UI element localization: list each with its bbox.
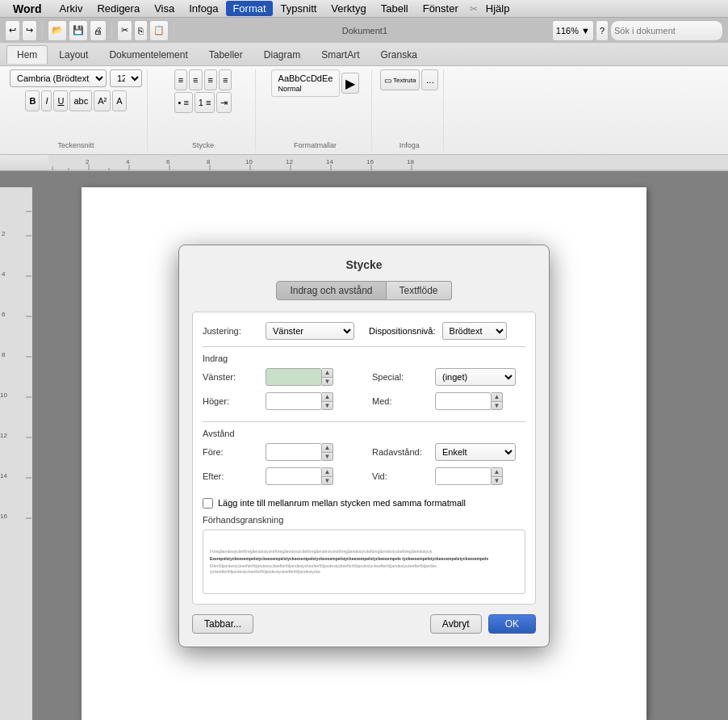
dispositionsniva-label: Dispositionsnivå: [369, 326, 436, 336]
mellanrum-checkbox[interactable] [203, 498, 213, 509]
copy-button[interactable]: ⎘ [134, 20, 148, 41]
ribbon-tabs: Hem Layout Dokumentelement Tabeller Diag… [0, 44, 728, 66]
vid-spin-col: ▲ ▼ [492, 467, 503, 485]
vanster-spinner: 0 cm ▲ ▼ [266, 368, 333, 386]
menu-hjalp[interactable]: Hjälp [479, 1, 517, 16]
svg-text:12: 12 [286, 158, 293, 165]
justify-button[interactable]: ≡ [219, 69, 232, 90]
menu-verktyg[interactable]: Verktyg [324, 1, 372, 16]
vid-down-button[interactable]: ▼ [492, 476, 503, 485]
efter-up-button[interactable]: ▲ [322, 467, 333, 476]
menu-tabell[interactable]: Tabell [374, 1, 415, 16]
med-spinner: ▲ ▼ [435, 392, 503, 410]
font-size-select[interactable]: 12 [110, 69, 142, 87]
menu-arkiv[interactable]: Arkiv [53, 1, 90, 16]
menu-redigera[interactable]: Redigera [90, 1, 146, 16]
efter-down-button[interactable]: ▼ [322, 476, 333, 485]
tab-layout[interactable]: Layout [49, 46, 98, 64]
document-area: 2 4 6 8 10 12 14 16 Stycke [0, 171, 728, 720]
fore-down-button[interactable]: ▼ [322, 452, 333, 461]
justering-row: Justering: Vänster Dispositionsnivå: Brö… [203, 322, 525, 340]
svg-text:10: 10 [0, 391, 7, 399]
zoom-select[interactable]: 116% ▼ [552, 20, 594, 41]
ribbon-group-infoga: ▭Textruta … Infoga [375, 69, 444, 151]
numbering-button[interactable]: 1 ≡ [195, 92, 215, 113]
insert-more-button[interactable]: … [421, 69, 438, 90]
save-button[interactable]: 💾 [69, 20, 88, 41]
menu-typsnitt[interactable]: Typsnitt [274, 1, 324, 16]
menu-format[interactable]: Format [226, 1, 272, 16]
avstand-left: Före: 0 pt ▲ ▼ Efter: [203, 443, 356, 492]
efter-label: Efter: [203, 471, 259, 481]
font-family-select[interactable]: Cambria (Brödtext) [10, 69, 107, 87]
menu-infoga[interactable]: Infoga [182, 1, 224, 16]
med-input[interactable] [435, 392, 492, 410]
dispositionsniva-select[interactable]: Brödtext [442, 322, 507, 340]
vid-input[interactable] [435, 467, 492, 485]
vid-up-button[interactable]: ▲ [492, 467, 503, 476]
redo-button[interactable]: ↪ [22, 20, 37, 41]
align-center-button[interactable]: ≡ [189, 69, 202, 90]
hoger-row: Höger: 0 cm ▲ ▼ [203, 392, 356, 410]
textbox-button[interactable]: ▭Textruta [380, 69, 420, 90]
italic-button[interactable]: I [41, 90, 52, 111]
ribbon-group-teckensnitt: Cambria (Brödtext) 12 B I U abc A² A Tec… [5, 69, 148, 151]
undo-button[interactable]: ↩ [5, 20, 20, 41]
special-select[interactable]: (inget) [435, 368, 516, 386]
infoga-label: Infoga [400, 141, 420, 149]
tab-granska[interactable]: Granska [371, 46, 427, 64]
bullets-button[interactable]: • ≡ [174, 92, 193, 113]
med-up-button[interactable]: ▲ [492, 392, 503, 401]
ruler-vertical: 2 4 6 8 10 12 14 16 [0, 187, 32, 720]
hoger-down-button[interactable]: ▼ [322, 401, 333, 410]
svg-text:16: 16 [366, 158, 374, 165]
justering-select[interactable]: Vänster [266, 322, 354, 340]
superscript-button[interactable]: A² [94, 90, 111, 111]
vid-spinner: ▲ ▼ [435, 467, 503, 485]
med-down-button[interactable]: ▼ [492, 401, 503, 410]
ruler-horizontal: 2 4 6 8 10 12 14 16 18 [0, 155, 728, 171]
color-button[interactable]: A [112, 90, 126, 111]
cut-button[interactable]: ✂ [117, 20, 132, 41]
indrag-cols: Vänster: 0 cm ▲ ▼ Höger: [203, 368, 525, 417]
tab-indrag-avstand[interactable]: Indrag och avstånd [276, 281, 386, 300]
open-button[interactable]: 📂 [48, 20, 67, 41]
align-right-button[interactable]: ≡ [204, 69, 217, 90]
help-button[interactable]: ? [596, 20, 609, 41]
fore-up-button[interactable]: ▲ [322, 443, 333, 452]
stycke-label: Stycke [192, 141, 214, 149]
vanster-down-button[interactable]: ▼ [322, 377, 333, 386]
hoger-up-button[interactable]: ▲ [322, 392, 333, 401]
underline-button[interactable]: U [53, 90, 68, 111]
tab-tabeller[interactable]: Tabeller [199, 46, 253, 64]
avbryt-button[interactable]: Avbryt [430, 614, 482, 634]
tabbar-button[interactable]: Tabbar... [192, 614, 253, 634]
strikethrough-button[interactable]: abc [69, 90, 92, 111]
fore-input[interactable]: 0 pt [266, 443, 322, 461]
efter-input[interactable]: 0 pt [266, 467, 322, 485]
tab-hem[interactable]: Hem [6, 45, 48, 64]
svg-text:16: 16 [0, 513, 7, 520]
print-button[interactable]: 🖨 [90, 20, 107, 41]
hoger-input[interactable]: 0 cm [266, 392, 322, 410]
indent-button[interactable]: ⇥ [216, 92, 232, 113]
menu-fonster[interactable]: Fönster [416, 1, 465, 16]
menu-word[interactable]: Word [6, 1, 48, 17]
menu-visa[interactable]: Visa [148, 1, 181, 16]
svg-text:14: 14 [326, 158, 333, 165]
paste-button[interactable]: 📋 [149, 20, 169, 41]
tab-diagram[interactable]: Diagram [254, 46, 310, 64]
radavstand-select[interactable]: Enkelt [435, 443, 516, 461]
normal-style[interactable]: AaBbCcDdEeNormal [271, 69, 341, 97]
align-left-button[interactable]: ≡ [174, 69, 187, 90]
style-arrow[interactable]: ▶ [341, 73, 359, 94]
tab-dokumentelement[interactable]: Dokumentelement [99, 46, 197, 64]
tab-textflode[interactable]: Textflöde [387, 281, 452, 300]
search-input[interactable] [610, 20, 723, 41]
tab-smartart[interactable]: SmartArt [312, 46, 369, 64]
vanster-input[interactable]: 0 cm [266, 368, 322, 386]
ok-button[interactable]: OK [488, 614, 536, 634]
bold-button[interactable]: B [25, 90, 40, 111]
vanster-up-button[interactable]: ▲ [322, 368, 333, 377]
vanster-spin-col: ▲ ▼ [322, 368, 333, 386]
